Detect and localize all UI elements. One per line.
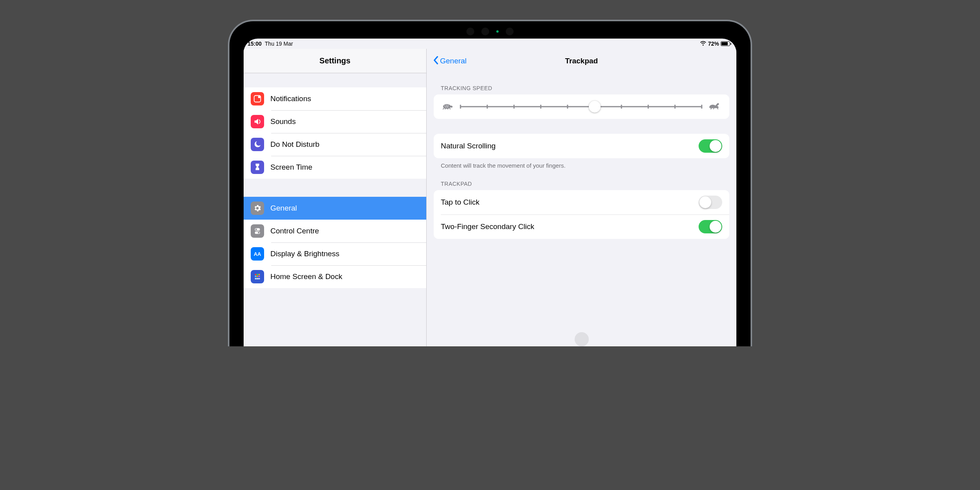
section-header-trackpad: TRACKPAD xyxy=(441,181,729,187)
sidebar-item-label: Do Not Disturb xyxy=(270,140,320,149)
ipad-device-frame: 15:00 Thu 19 Mar 72% Settings xyxy=(228,20,752,346)
dnd-icon xyxy=(251,138,264,151)
battery-icon xyxy=(721,41,730,46)
natural-scrolling-label: Natural Scrolling xyxy=(441,142,496,150)
natural-scrolling-note: Content will track the movement of your … xyxy=(441,162,729,169)
screen: 15:00 Thu 19 Mar 72% Settings xyxy=(244,39,736,346)
sidebar-item-label: Control Centre xyxy=(270,227,319,235)
svg-rect-12 xyxy=(259,276,260,277)
camera-cluster xyxy=(229,24,751,39)
sidebar-item-label: Home Screen & Dock xyxy=(270,272,342,281)
sidebar-title: Settings xyxy=(244,49,426,73)
screentime-icon xyxy=(251,161,264,174)
sidebar-item-label: Sounds xyxy=(270,117,296,126)
tracking-speed-slider[interactable] xyxy=(460,102,702,111)
sidebar-group-2: General Control Centre AA Display & Brig… xyxy=(244,197,426,288)
sidebar-item-label: General xyxy=(270,204,297,213)
natural-scrolling-row: Natural Scrolling xyxy=(434,134,729,158)
sidebar-item-screen-time[interactable]: Screen Time xyxy=(244,156,426,179)
status-date: Thu 19 Mar xyxy=(265,41,293,47)
sidebar-item-do-not-disturb[interactable]: Do Not Disturb xyxy=(244,133,426,156)
svg-rect-9 xyxy=(259,274,260,276)
general-icon xyxy=(251,202,264,215)
control-centre-icon xyxy=(251,224,264,238)
homescreen-icon xyxy=(251,270,264,283)
svg-rect-7 xyxy=(255,274,257,276)
tap-to-click-switch[interactable] xyxy=(699,196,722,209)
two-finger-secondary-click-label: Two-Finger Secondary Click xyxy=(441,222,534,231)
svg-rect-16 xyxy=(259,278,260,279)
natural-scrolling-card: Natural Scrolling xyxy=(434,134,729,158)
status-bar: 15:00 Thu 19 Mar 72% xyxy=(244,39,736,49)
slider-thumb[interactable] xyxy=(589,101,601,113)
detail-pane: General Trackpad TRACKING SPEED xyxy=(427,49,736,346)
svg-point-1 xyxy=(258,96,261,98)
back-button[interactable]: General xyxy=(432,56,467,67)
sidebar-item-display-brightness[interactable]: AA Display & Brightness xyxy=(244,242,426,265)
back-label: General xyxy=(440,57,467,65)
svg-text:AA: AA xyxy=(254,251,261,257)
sidebar-item-home-screen-dock[interactable]: Home Screen & Dock xyxy=(244,265,426,288)
svg-point-3 xyxy=(255,229,257,230)
display-icon: AA xyxy=(251,247,264,261)
sidebar-item-label: Display & Brightness xyxy=(270,250,339,258)
sidebar-item-label: Notifications xyxy=(270,94,311,103)
tortoise-icon xyxy=(442,102,453,112)
cursor-indicator xyxy=(575,332,589,346)
status-battery-percent: 72% xyxy=(708,41,719,47)
wifi-icon xyxy=(700,41,706,47)
trackpad-card: Tap to Click Two-Finger Secondary Click xyxy=(434,190,729,239)
chevron-left-icon xyxy=(432,56,439,67)
tap-to-click-label: Tap to Click xyxy=(441,198,479,207)
detail-title: Trackpad xyxy=(427,57,736,65)
tap-to-click-row: Tap to Click xyxy=(434,190,729,214)
notifications-icon xyxy=(251,92,264,105)
sidebar-item-sounds[interactable]: Sounds xyxy=(244,110,426,133)
tracking-speed-card xyxy=(434,94,729,119)
status-time: 15:00 xyxy=(248,41,262,47)
svg-rect-15 xyxy=(257,278,258,279)
detail-header: General Trackpad xyxy=(427,49,736,73)
sidebar-item-notifications[interactable]: Notifications xyxy=(244,87,426,110)
svg-rect-11 xyxy=(257,276,258,277)
svg-point-5 xyxy=(258,232,259,233)
sidebar-group-1: Notifications Sounds Do Not Disturb xyxy=(244,87,426,179)
sounds-icon xyxy=(251,115,264,128)
sidebar-item-control-centre[interactable]: Control Centre xyxy=(244,220,426,242)
two-finger-secondary-click-row: Two-Finger Secondary Click xyxy=(434,214,729,239)
section-header-tracking-speed: TRACKING SPEED xyxy=(441,85,729,91)
device-side-button xyxy=(751,37,752,72)
svg-rect-10 xyxy=(255,276,257,277)
svg-rect-14 xyxy=(255,278,257,279)
natural-scrolling-switch[interactable] xyxy=(699,139,722,153)
two-finger-secondary-click-switch[interactable] xyxy=(699,220,722,233)
settings-sidebar: Settings Notifications Sounds xyxy=(244,49,427,346)
sidebar-item-general[interactable]: General xyxy=(244,197,426,220)
svg-rect-8 xyxy=(257,274,258,276)
sidebar-item-label: Screen Time xyxy=(270,163,312,172)
hare-icon xyxy=(709,102,721,112)
